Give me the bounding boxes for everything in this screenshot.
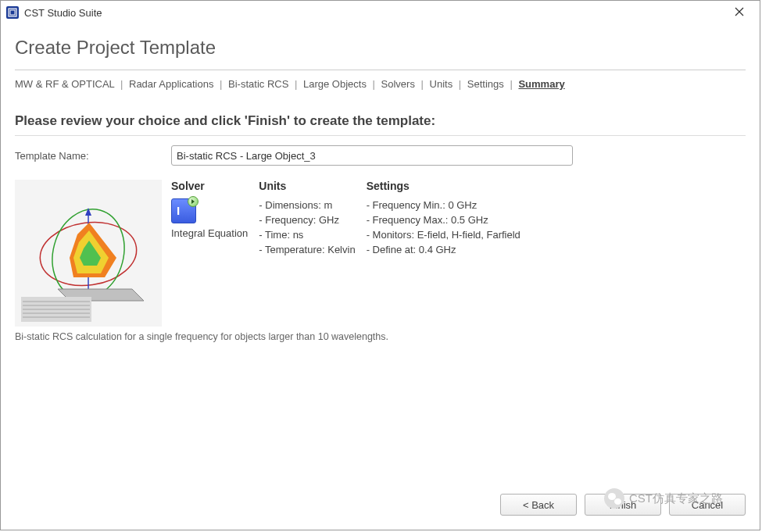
settings-line: - Frequency Min.: 0 GHz (367, 198, 521, 213)
breadcrumb-item[interactable]: Units (430, 78, 453, 90)
template-description: Bi-static RCS calculation for a single f… (15, 331, 515, 342)
breadcrumb-item-current[interactable]: Summary (518, 78, 564, 90)
instruction-text: Please review your choice and click 'Fin… (15, 113, 746, 129)
solver-column: Solver I Integral Equation (171, 180, 248, 257)
units-line: - Time: ns (259, 228, 355, 243)
settings-column: Settings - Frequency Min.: 0 GHz - Frequ… (367, 180, 521, 257)
app-icon (5, 5, 20, 20)
breadcrumb-item[interactable]: MW & RF & OPTICAL (15, 78, 114, 90)
solver-icon: I (171, 198, 196, 223)
solver-heading: Solver (171, 180, 248, 192)
units-line: - Temperature: Kelvin (259, 243, 355, 258)
template-preview-image (15, 180, 162, 327)
template-name-label: Template Name: (15, 150, 171, 162)
close-icon (735, 7, 744, 16)
button-bar: < Back Finish Cancel (1, 486, 760, 530)
divider (15, 70, 746, 70)
finish-button[interactable]: Finish (585, 494, 661, 516)
units-line: - Dimensions: m (259, 198, 355, 213)
breadcrumb-item[interactable]: Solvers (381, 78, 415, 90)
breadcrumb-item[interactable]: Settings (467, 78, 504, 90)
back-button[interactable]: < Back (500, 494, 577, 516)
breadcrumb-item[interactable]: Radar Applications (129, 78, 213, 90)
page-title: Create Project Template (15, 37, 746, 59)
units-heading: Units (259, 180, 355, 192)
units-line: - Frequency: GHz (259, 213, 355, 228)
settings-line: - Frequency Max.: 0.5 GHz (367, 213, 521, 228)
breadcrumb-item[interactable]: Large Objects (303, 78, 367, 90)
settings-line: - Monitors: E-field, H-field, Farfield (367, 228, 521, 243)
play-badge-icon (188, 196, 199, 207)
svg-rect-0 (6, 6, 19, 19)
window-title: CST Studio Suite (24, 7, 724, 19)
divider (15, 135, 746, 136)
settings-heading: Settings (367, 180, 521, 192)
template-name-input[interactable] (171, 145, 573, 166)
breadcrumb: MW & RF & OPTICAL | Radar Applications |… (15, 78, 746, 90)
units-column: Units - Dimensions: m - Frequency: GHz -… (259, 180, 355, 257)
solver-name: Integral Equation (171, 227, 248, 241)
breadcrumb-item[interactable]: Bi-static RCS (228, 78, 288, 90)
close-button[interactable] (724, 5, 755, 20)
titlebar: CST Studio Suite (1, 1, 760, 24)
settings-line: - Define at: 0.4 GHz (367, 243, 521, 258)
cancel-button[interactable]: Cancel (669, 494, 746, 516)
